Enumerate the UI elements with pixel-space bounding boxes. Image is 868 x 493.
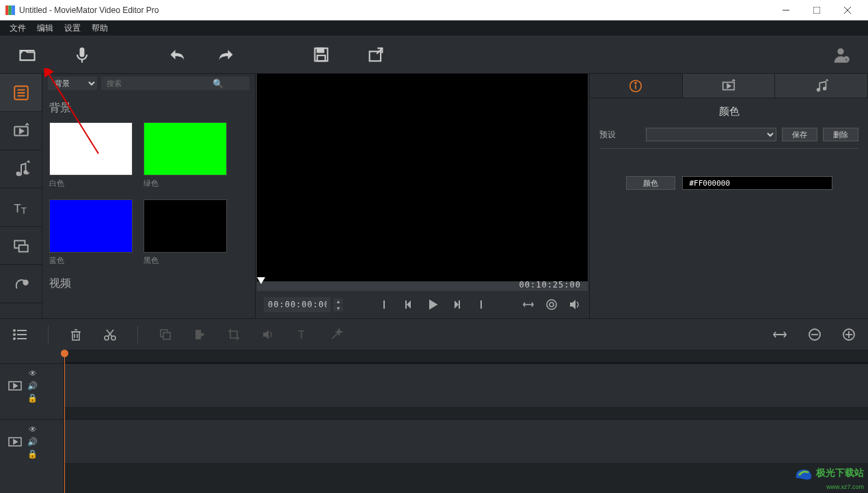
save-button[interactable]: [308, 41, 335, 68]
crop-button[interactable]: [227, 328, 241, 341]
scrubber[interactable]: 00:10:25:00: [257, 281, 588, 291]
svg-rect-4: [813, 7, 820, 14]
track-header-v2[interactable]: 👁 🔊 🔒: [0, 419, 64, 463]
svg-point-29: [23, 280, 28, 285]
record-voice-button[interactable]: [68, 41, 96, 68]
asset-category-dropdown[interactable]: 背景: [48, 76, 97, 90]
asset-panel: 背景 🔍 背景 白色 绿色 蓝色 黑色 视频: [42, 74, 256, 318]
menu-edit[interactable]: 编辑: [31, 23, 59, 34]
sidebar-effects-button[interactable]: [0, 265, 42, 303]
svg-rect-64: [195, 330, 201, 339]
svg-point-42: [635, 82, 636, 83]
preset-save-button[interactable]: 保存: [782, 128, 817, 141]
speaker-icon[interactable]: 🔊: [27, 437, 38, 447]
track-header-v1[interactable]: 👁 🔊 🔒: [0, 363, 64, 407]
section-background-title: 背景: [49, 101, 248, 115]
redo-button[interactable]: [212, 41, 239, 68]
asset-list[interactable]: 背景 白色 绿色 蓝色 黑色 视频: [42, 93, 255, 318]
play-button[interactable]: [426, 298, 439, 311]
sidebar-media-button[interactable]: [0, 74, 42, 112]
eye-icon[interactable]: 👁: [29, 369, 37, 378]
time-step-up[interactable]: ▲: [334, 298, 343, 305]
delete-button[interactable]: [69, 328, 83, 341]
video-preview[interactable]: [257, 74, 588, 281]
app-logo: [5, 5, 15, 15]
lock-icon[interactable]: 🔒: [27, 449, 38, 459]
copy-button[interactable]: [159, 328, 172, 341]
open-folder-button[interactable]: [14, 41, 41, 68]
account-button[interactable]: +: [827, 41, 854, 68]
props-tab-video[interactable]: [683, 74, 776, 98]
time-step-down[interactable]: ▼: [334, 305, 343, 311]
prev-frame-button[interactable]: [404, 299, 415, 310]
sidebar-video-button[interactable]: [0, 112, 42, 150]
goto-end-button[interactable]: [472, 299, 483, 310]
current-time-input[interactable]: [264, 297, 331, 312]
svg-rect-63: [163, 333, 170, 339]
menu-settings[interactable]: 设置: [59, 23, 86, 34]
maximize-button[interactable]: [801, 1, 832, 20]
svg-rect-53: [72, 332, 79, 340]
playhead[interactable]: [64, 350, 65, 493]
svg-marker-75: [14, 384, 17, 388]
asset-item-white[interactable]: 白色: [49, 122, 133, 188]
color-picker-button[interactable]: 颜色: [626, 176, 675, 190]
svg-rect-36: [480, 300, 482, 309]
watermark-logo-icon: [794, 466, 814, 482]
asset-search-input[interactable]: [101, 76, 249, 90]
timeline-ruler[interactable]: [64, 350, 868, 363]
magic-button[interactable]: [329, 328, 343, 341]
color-value[interactable]: #FF000000: [682, 176, 832, 190]
watermark: 极光下载站 www.xz7.com: [794, 466, 864, 490]
minimize-button[interactable]: [770, 1, 801, 20]
timeline-toolbar: T: [0, 318, 868, 350]
zoom-in-button[interactable]: [842, 328, 856, 341]
svg-rect-35: [459, 300, 460, 309]
undo-button[interactable]: [164, 41, 191, 68]
volume-button[interactable]: [569, 298, 581, 311]
preview-panel: 00:10:25:00 ▲ ▼: [256, 74, 589, 318]
preset-delete-button[interactable]: 删除: [823, 128, 858, 141]
settings-button[interactable]: [545, 298, 558, 311]
video-track-icon: [7, 434, 23, 450]
mute-button[interactable]: [261, 328, 275, 341]
asset-item-blue[interactable]: 蓝色: [49, 199, 133, 266]
zoom-out-button[interactable]: [808, 328, 822, 341]
main-toolbar: +: [0, 36, 868, 74]
props-tab-audio[interactable]: [775, 74, 868, 98]
svg-marker-39: [570, 300, 575, 309]
track-lane-1[interactable]: [64, 363, 868, 407]
svg-marker-77: [14, 440, 17, 444]
timeline-menu-button[interactable]: [12, 327, 27, 342]
track-lane-2[interactable]: [64, 419, 868, 463]
sidebar-audio-button[interactable]: [0, 150, 42, 188]
preset-select[interactable]: [646, 128, 776, 141]
asset-item-green[interactable]: 绿色: [144, 122, 227, 188]
props-title: 颜色: [599, 105, 858, 118]
svg-marker-65: [201, 333, 205, 337]
asset-item-black[interactable]: 黑色: [144, 199, 227, 266]
goto-start-button[interactable]: [382, 299, 393, 310]
zoom-fit-button[interactable]: [772, 327, 787, 342]
export-button[interactable]: [362, 41, 390, 68]
close-button[interactable]: [832, 1, 863, 20]
svg-rect-2: [12, 5, 15, 15]
sidebar-text-button[interactable]: TT: [0, 188, 42, 227]
lock-icon[interactable]: 🔒: [27, 393, 38, 403]
text-clip-button[interactable]: T: [295, 328, 309, 341]
menu-help[interactable]: 帮助: [86, 23, 113, 34]
svg-rect-10: [317, 48, 323, 52]
properties-panel: 颜色 预设 保存 删除 颜色 #FF000000: [589, 74, 868, 318]
next-frame-button[interactable]: [450, 299, 461, 310]
svg-rect-50: [17, 334, 27, 335]
eye-icon[interactable]: 👁: [29, 425, 37, 434]
props-tab-info[interactable]: [590, 74, 683, 98]
cut-button[interactable]: [103, 328, 117, 341]
timeline-tracks[interactable]: [64, 350, 868, 493]
svg-point-23: [16, 172, 19, 175]
sidebar-pip-button[interactable]: [0, 227, 42, 265]
speaker-icon[interactable]: 🔊: [27, 381, 38, 391]
paste-button[interactable]: [193, 328, 206, 341]
fit-button[interactable]: [522, 298, 534, 311]
menu-file[interactable]: 文件: [4, 23, 31, 34]
